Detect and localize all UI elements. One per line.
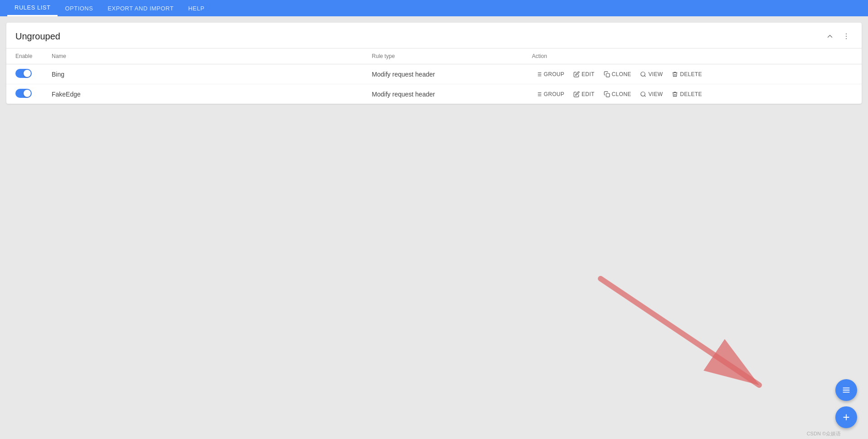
col-action: Action — [523, 48, 862, 64]
delete-icon — [672, 71, 678, 77]
edit-button-bing[interactable]: EDIT — [570, 69, 598, 79]
enable-toggle-bing[interactable] — [15, 69, 32, 78]
name-cell-fakeedge: FakeEdge — [43, 84, 363, 104]
more-options-button[interactable] — [840, 30, 853, 43]
fab-container — [835, 379, 857, 428]
view-icon — [640, 91, 646, 97]
card-title: Ungrouped — [15, 31, 60, 42]
enable-toggle-fakeedge[interactable] — [15, 89, 32, 98]
watermark: CSDN ©众娱语 — [807, 430, 841, 437]
clone-icon — [604, 71, 610, 77]
fab-menu-button[interactable] — [835, 379, 857, 401]
delete-button-fakeedge[interactable]: DELETE — [668, 89, 705, 99]
nav-rules-list[interactable]: RULES LIST — [7, 0, 58, 16]
group-button-fakeedge[interactable]: GROUP — [532, 89, 568, 99]
svg-line-22 — [601, 279, 759, 385]
svg-point-0 — [846, 34, 847, 34]
delete-button-bing[interactable]: DELETE — [668, 69, 705, 79]
table-row: Bing Modify request header GROUP — [6, 64, 862, 84]
svg-rect-9 — [606, 73, 610, 77]
view-button-bing[interactable]: VIEW — [636, 69, 666, 79]
top-nav: RULES LIST OPTIONS EXPORT AND IMPORT HEL… — [0, 0, 868, 16]
col-rule-type: Rule type — [363, 48, 523, 64]
ungrouped-card: Ungrouped — [6, 23, 862, 104]
col-enable: Enable — [6, 48, 43, 64]
collapse-button[interactable] — [824, 30, 836, 43]
table-header-row: Enable Name Rule type Action — [6, 48, 862, 64]
rule-type-cell-fakeedge: Modify request header — [363, 84, 523, 104]
menu-icon — [841, 385, 851, 395]
svg-point-1 — [846, 36, 847, 37]
arrow-annotation — [587, 265, 777, 403]
card-header: Ungrouped — [6, 23, 862, 48]
svg-rect-18 — [606, 93, 610, 97]
svg-line-20 — [645, 95, 646, 96]
clone-icon — [604, 91, 610, 97]
clone-button-fakeedge[interactable]: CLONE — [600, 89, 635, 99]
nav-help[interactable]: HELP — [181, 0, 212, 16]
edit-icon — [573, 71, 580, 77]
enable-cell-fakeedge — [6, 84, 43, 104]
nav-export-import[interactable]: EXPORT AND IMPORT — [100, 0, 181, 16]
add-icon — [841, 412, 851, 422]
enable-cell-bing — [6, 64, 43, 84]
main-content: Ungrouped — [0, 16, 868, 110]
group-icon — [536, 71, 542, 77]
view-button-fakeedge[interactable]: VIEW — [636, 89, 666, 99]
group-icon — [536, 91, 542, 97]
svg-point-19 — [641, 92, 645, 96]
nav-options[interactable]: OPTIONS — [58, 0, 100, 16]
view-icon — [640, 71, 646, 77]
action-cell-bing: GROUP EDIT — [523, 64, 862, 84]
table-row: FakeEdge Modify request header GROUP — [6, 84, 862, 104]
fab-add-button[interactable] — [835, 406, 857, 428]
card-header-actions — [824, 30, 853, 43]
edit-button-fakeedge[interactable]: EDIT — [570, 89, 598, 99]
delete-icon — [672, 91, 678, 97]
clone-button-bing[interactable]: CLONE — [600, 69, 635, 79]
col-name: Name — [43, 48, 363, 64]
name-cell-bing: Bing — [43, 64, 363, 84]
svg-line-11 — [645, 75, 646, 77]
action-cell-fakeedge: GROUP EDIT — [523, 84, 862, 104]
svg-point-2 — [846, 38, 847, 39]
edit-icon — [573, 91, 580, 97]
rule-type-cell-bing: Modify request header — [363, 64, 523, 84]
group-button-bing[interactable]: GROUP — [532, 69, 568, 79]
rules-table: Enable Name Rule type Action — [6, 48, 862, 104]
svg-point-10 — [641, 72, 645, 76]
